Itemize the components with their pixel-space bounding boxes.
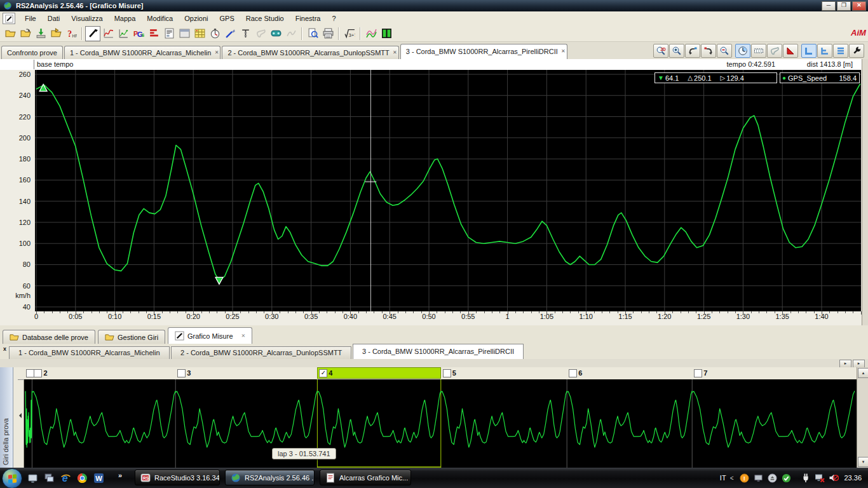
lap-strip-chart[interactable] [24,379,857,468]
lap-number-5[interactable]: 5 [452,369,456,377]
channels-table-icon[interactable] [379,26,394,41]
lap-checkbox-6[interactable] [569,369,577,377]
taskbar-button-1[interactable]: RS2Analysis 2.56.46 ... [225,470,315,485]
internet-explorer-icon[interactable]: e [60,472,71,484]
eject-icon[interactable] [767,473,778,484]
track-profile-icon[interactable] [283,26,299,41]
display-icon[interactable] [753,473,764,484]
menu-item-opzioni[interactable]: Opzioni [179,13,214,24]
tool-tab-gestione-giri[interactable]: Gestione Giri [98,330,165,344]
doc-tab-0[interactable]: 1 - Corda_BMW S1000RR_Alcarras_Michelin [9,346,170,359]
menu-item-race-studio[interactable]: Race Studio [240,13,290,24]
marker-icon[interactable] [783,44,798,58]
compare-curves-icon[interactable] [363,26,379,41]
lap-number-7[interactable]: 7 [703,369,707,377]
doc-close-icon[interactable]: x [1,346,8,353]
print-preview-icon[interactable] [305,26,320,41]
laps-vertical-scrollbar[interactable]: ▴ ▾ [857,367,868,468]
menu-item-finestra[interactable]: Finestra [290,13,327,24]
lap-checkbox-5[interactable] [443,369,451,377]
menu-item-file[interactable]: File [19,13,42,24]
open-folder-icon[interactable] [3,26,18,41]
speed-chart[interactable] [35,70,861,311]
settings-wrench-icon[interactable] [849,44,864,58]
device-icon[interactable] [268,26,283,41]
lap-number-3[interactable]: 3 [187,369,191,377]
print-icon[interactable] [320,26,336,41]
power-icon[interactable] [800,473,811,484]
zoom-2d-icon[interactable]: 2D [653,44,668,58]
xy-chart-icon[interactable] [116,26,131,41]
language-indicator[interactable]: IT [720,474,726,482]
clock[interactable]: 23.36 [844,474,862,482]
scroll-down-icon[interactable]: ▾ [858,457,868,467]
lap-checkbox-7[interactable] [694,369,702,377]
lap-number-2[interactable]: 2 [43,369,47,377]
maximize-button[interactable]: ❐ [837,1,851,11]
lap-number-4[interactable]: 4 [329,369,332,377]
move-folder-icon[interactable] [48,26,64,41]
menu-item-dati[interactable]: Dati [42,13,66,24]
test-tab-0[interactable]: Confronto prove [1,46,63,59]
word-icon[interactable]: W [93,472,104,484]
layout-horizontal-icon[interactable] [817,44,832,58]
gps-icon[interactable]: PGs [131,26,146,41]
graph-measures-icon[interactable] [85,26,100,41]
tool-tab-grafico-misure[interactable]: Grafico Misure✕ [168,327,252,344]
zoom-next-icon[interactable] [701,44,716,58]
histogram-icon[interactable] [146,26,161,41]
zoom-in-icon[interactable] [669,44,684,58]
laps-splitter[interactable] [13,367,24,468]
tray-collapse-icon[interactable]: < [730,475,734,482]
import-data-icon[interactable] [33,26,48,41]
laps-sidebar[interactable]: Giri della prova [0,367,13,468]
tab-close-icon[interactable]: ✕ [561,44,566,58]
menu-item-?[interactable]: ? [326,13,341,24]
chrome-icon[interactable] [76,472,88,484]
title-bar[interactable]: RS2Analysis 2.56.46 - [Grafico Misure] ─… [0,0,868,11]
taskbar-button-2[interactable]: Alcarras Grafico Mic... [320,470,411,485]
lap-checkbox-4[interactable]: ✓ [319,369,327,377]
help-hf-icon[interactable]: ?HF [64,26,79,41]
tool-tab-database-delle-prove[interactable]: Database delle prove [3,330,95,344]
open-folder-arrow-icon[interactable] [18,26,33,41]
tab-close-icon[interactable]: ✕ [215,46,219,59]
zoom-prev-icon[interactable] [685,44,700,58]
taskbar-button-0[interactable]: RSRaceStudio3 3.16.34 [135,470,220,485]
track-small-icon[interactable] [767,44,782,58]
stopwatch-icon[interactable] [207,26,222,41]
ok-icon[interactable] [781,473,792,484]
network-offline-icon[interactable] [814,473,825,484]
horizontal-scrollbar[interactable]: ▸ ▸ [0,359,868,368]
menu-item-visualizza[interactable]: Visualizza [65,13,108,24]
window-switcher-icon[interactable] [43,472,55,484]
doc-tab-1[interactable]: 2 - Corda_BMW S1000RR_Alcarras_DunlopSSM… [171,346,351,359]
line-chart-icon[interactable] [100,26,116,41]
math-icon[interactable]: 3+7 [342,26,357,41]
warning-icon[interactable]: ! [739,473,750,484]
show-desktop-icon[interactable] [27,472,38,484]
test-tab-1[interactable]: 1 - Corda_BMW S1000RR_Alcarras_Michelin✕ [64,46,221,59]
pen-probe-icon[interactable] [222,26,238,41]
scroll-up-icon[interactable]: ▴ [858,368,868,378]
layout-grid-icon[interactable] [833,44,848,58]
doc-tab-2[interactable]: 3 - Corda_BMW S1000RR_Alcarras_PirelliDR… [353,344,524,359]
channel-icon[interactable] [238,26,253,41]
report-icon[interactable] [161,26,177,41]
test-tab-3[interactable]: 3 - Corda_BMW S1000RR_Alcarras_PirelliDR… [400,44,567,59]
tab-close-icon[interactable]: ✕ [241,333,246,339]
tab-close-icon[interactable]: ✕ [393,46,397,59]
volume-muted-icon[interactable] [828,473,839,484]
zoom-out-icon[interactable] [717,44,732,58]
menu-item-mappa[interactable]: Mappa [109,13,142,24]
distance-base-icon[interactable] [751,44,766,58]
close-button[interactable]: ✕ [852,1,866,11]
graph-right-scrollbar[interactable] [862,59,868,325]
measures-table-icon[interactable] [192,26,207,41]
lap-checkbox-3[interactable] [177,369,186,377]
lap-number-6[interactable]: 6 [578,369,582,377]
time-base-icon[interactable] [735,44,750,58]
start-button[interactable] [2,468,22,488]
menu-item-modifica[interactable]: Modifica [141,13,179,24]
layout-single-icon[interactable] [801,44,817,58]
